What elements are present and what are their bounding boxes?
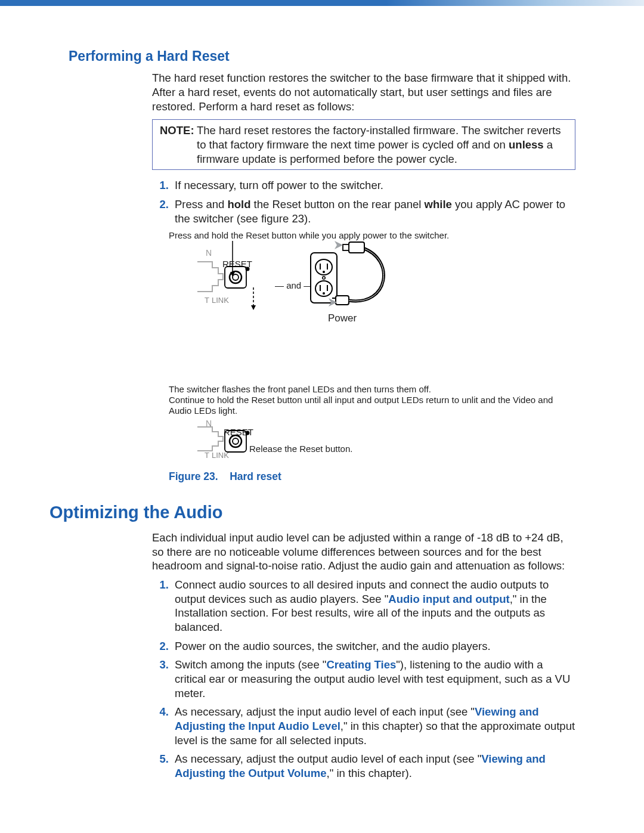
- step-text: If necessary, turn off power to the swit…: [175, 178, 575, 193]
- note-box: NOTE: The hard reset restores the factor…: [152, 119, 575, 170]
- step-2: 2. Power on the audio sources, the switc…: [152, 639, 575, 654]
- svg-rect-18: [336, 296, 349, 305]
- outlet-and-cord-icon: [306, 241, 407, 321]
- svg-rect-22: [343, 244, 349, 250]
- hard-reset-intro: The hard reset function restores the swi…: [152, 71, 575, 113]
- step-3: 3. Switch among the inputs (see "Creatin…: [152, 658, 575, 700]
- svg-point-28: [246, 431, 250, 435]
- optimizing-audio-steps: 1. Connect audio sources to all desired …: [152, 578, 575, 781]
- figure-23-caption: Figure 23. Hard reset: [169, 470, 575, 483]
- step-number: 1.: [152, 178, 175, 193]
- step-text: As necessary, adjust the output audio le…: [175, 752, 575, 780]
- step-number: 5.: [152, 752, 175, 780]
- svg-rect-25: [225, 431, 246, 452]
- svg-marker-3: [251, 305, 256, 310]
- figure-mid-instruction: The switcher flashes the front panel LED…: [169, 384, 575, 416]
- hard-reset-steps: 1. If necessary, turn off power to the s…: [152, 178, 575, 225]
- svg-point-5: [230, 271, 242, 283]
- note-text-bold: unless: [509, 138, 544, 151]
- step-5: 5. As necessary, adjust the output audio…: [152, 752, 575, 780]
- svg-rect-21: [349, 242, 364, 253]
- step-text: As necessary, adjust the input audio lev…: [175, 705, 575, 747]
- t: while: [425, 198, 452, 210]
- reset-port-icon: [197, 425, 251, 461]
- note-text: The hard reset restores the factory-inst…: [197, 123, 568, 166]
- step-4: 4. As necessary, adjust the input audio …: [152, 705, 575, 747]
- step-number: 4.: [152, 705, 175, 747]
- step-number: 1.: [152, 578, 175, 634]
- step-text: Switch among the inputs (see "Creating T…: [175, 658, 575, 700]
- t: the Reset button on the rear panel: [250, 198, 424, 210]
- figure-caption-text: Hard reset: [230, 470, 281, 482]
- step-1: 1. Connect audio sources to all desired …: [152, 578, 575, 634]
- t: Switch among the inputs (see ": [175, 658, 326, 671]
- page-header-gradient: [0, 0, 644, 6]
- figure-power-label: Power: [328, 312, 357, 324]
- step-number: 3.: [152, 658, 175, 700]
- section-title-hard-reset: Performing a Hard Reset: [69, 48, 575, 65]
- link-creating-ties[interactable]: Creating Ties: [326, 658, 396, 671]
- step-text: Press and hold the Reset button on the r…: [175, 197, 575, 225]
- figure-23-diagram: N RESET TLINK — and —: [169, 241, 413, 384]
- page-content: Performing a Hard Reset The hard reset f…: [0, 48, 644, 781]
- svg-point-27: [233, 438, 239, 444]
- step-1: 1. If necessary, turn off power to the s…: [152, 178, 575, 193]
- t: As necessary, adjust the input audio lev…: [175, 705, 475, 718]
- t: As necessary, adjust the output audio le…: [175, 753, 481, 765]
- svg-point-13: [323, 271, 325, 273]
- section-title-optimizing-audio: Optimizing the Audio: [49, 501, 575, 524]
- step-text: Power on the audio sources, the switcher…: [175, 639, 575, 654]
- step-number: 2.: [152, 639, 175, 654]
- reset-port-icon: [197, 256, 245, 312]
- t: ," in this chapter).: [327, 767, 412, 779]
- note-label: NOTE:: [160, 123, 197, 166]
- t: hold: [227, 198, 250, 210]
- t: Press and: [175, 198, 227, 210]
- svg-point-7: [246, 267, 250, 271]
- figure-23-diagram-part2: N RESET TLINK Release the Reset button.: [169, 420, 419, 462]
- svg-point-16: [323, 292, 325, 295]
- link-audio-input-output[interactable]: Audio input and output: [388, 593, 509, 605]
- figure-caption-label: Figure 23.: [169, 470, 218, 482]
- svg-point-6: [233, 274, 239, 280]
- figure-release-text: Release the Reset button.: [249, 444, 352, 454]
- step-text: Connect audio sources to all desired inp…: [175, 578, 575, 634]
- svg-marker-23: [335, 241, 343, 249]
- optimizing-audio-intro: Each individual input audio level can be…: [152, 531, 575, 573]
- svg-rect-4: [225, 267, 246, 288]
- step-number: 2.: [152, 197, 175, 225]
- figure-top-instruction: Press and hold the Reset button while yo…: [169, 230, 575, 241]
- svg-point-26: [230, 435, 242, 447]
- note-text-part1: The hard reset restores the factory-inst…: [197, 124, 561, 151]
- step-2: 2. Press and hold the Reset button on th…: [152, 197, 575, 225]
